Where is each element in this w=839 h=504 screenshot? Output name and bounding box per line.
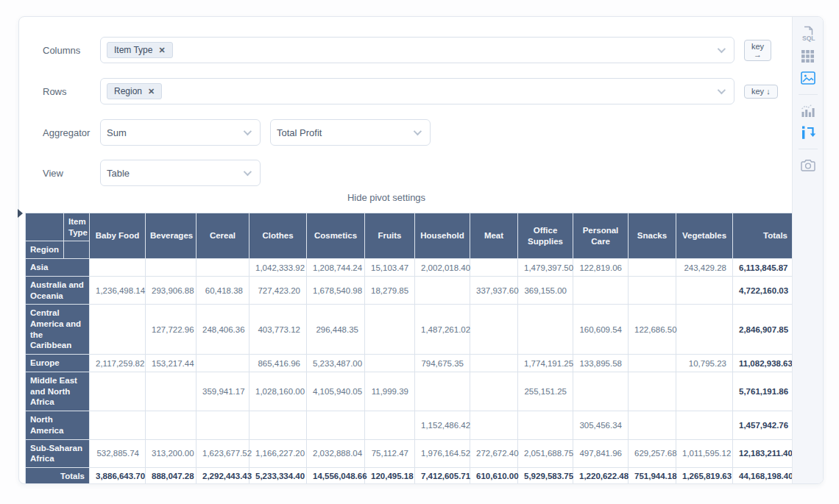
aggregator-select[interactable]: Sum bbox=[100, 119, 261, 146]
pivot-cell: 272,672.40 bbox=[470, 439, 518, 467]
corner-blank-cell bbox=[26, 213, 64, 241]
pivot-cell: 1,774,191.25 bbox=[518, 355, 573, 372]
pivot-cell: 1,028,160.00 bbox=[249, 372, 307, 411]
pivot-cell: 359,941.17 bbox=[197, 372, 249, 411]
pivot-cell: 127,722.96 bbox=[146, 305, 197, 355]
column-total-cell: 751,944.18 bbox=[629, 467, 676, 484]
column-total-cell: 3,886,643.70 bbox=[90, 467, 146, 484]
pivot-cell bbox=[249, 411, 307, 439]
aggregator-field-value: Total Profit bbox=[277, 127, 322, 138]
row-header: Middle East and North Africa bbox=[26, 372, 90, 411]
row-total-cell: 11,082,938.63 bbox=[733, 355, 793, 372]
pivot-cell bbox=[470, 305, 518, 355]
rows-tag-label: Region bbox=[114, 86, 142, 96]
pivot-cell: 10,795.23 bbox=[676, 355, 733, 372]
column-total-cell: 1,220,622.48 bbox=[573, 467, 629, 484]
sql-icon[interactable]: SQL bbox=[800, 25, 816, 43]
pivot-icon[interactable] bbox=[800, 124, 816, 141]
sort-rows-key-button[interactable]: key ↓ bbox=[744, 85, 778, 99]
pivot-cell: 75,112.47 bbox=[365, 439, 415, 467]
table-row: Central America and the Caribbean127,722… bbox=[26, 305, 793, 355]
pivot-cell: 369,155.00 bbox=[518, 276, 573, 304]
chevron-down-icon[interactable] bbox=[718, 86, 726, 94]
chevron-down-icon[interactable] bbox=[718, 45, 726, 53]
right-toolbar: SQL bbox=[792, 17, 823, 483]
pivot-cell bbox=[307, 411, 365, 439]
pivot-cell: 1,236,498.14 bbox=[90, 276, 146, 304]
view-select[interactable]: Table bbox=[100, 160, 261, 186]
pivot-cell bbox=[629, 276, 676, 304]
table-row: Middle East and North Africa359,941.171,… bbox=[26, 372, 793, 411]
pivot-cell bbox=[365, 305, 415, 355]
chevron-down-icon bbox=[244, 127, 252, 135]
close-icon[interactable]: ✕ bbox=[158, 46, 165, 55]
pivot-cell bbox=[518, 411, 573, 439]
view-setting-row: View Table bbox=[19, 160, 792, 186]
pivot-cell: 1,011,595.12 bbox=[676, 439, 733, 467]
rows-tag-region[interactable]: Region ✕ bbox=[107, 83, 162, 99]
pivot-cell bbox=[90, 372, 146, 411]
row-header: Sub-Saharan Africa bbox=[26, 439, 90, 467]
column-header: Personal Care bbox=[573, 213, 629, 259]
aggregator-setting-row: Aggregator Sum Total Profit bbox=[19, 119, 792, 146]
column-total-cell: 120,495.18 bbox=[365, 467, 415, 484]
pivot-cell: 5,233,487.00 bbox=[307, 355, 365, 372]
toolbar-divider bbox=[799, 149, 818, 149]
svg-text:SQL: SQL bbox=[802, 35, 815, 42]
pivot-cell: 15,103.47 bbox=[365, 259, 415, 277]
column-axis-label: Item Type bbox=[64, 213, 90, 241]
columns-tag-item-type[interactable]: Item Type ✕ bbox=[107, 42, 173, 58]
row-header: Europe bbox=[26, 355, 90, 372]
columns-label: Columns bbox=[43, 45, 100, 56]
pivot-cell: 2,032,888.04 bbox=[307, 439, 365, 467]
pivot-cell: 1,487,261.02 bbox=[415, 305, 470, 355]
close-icon[interactable]: ✕ bbox=[148, 87, 155, 96]
pivot-cell: 296,448.35 bbox=[307, 305, 365, 355]
aggregator-field-select[interactable]: Total Profit bbox=[270, 119, 431, 146]
collapse-panel-arrow-icon[interactable] bbox=[18, 209, 23, 218]
pivot-header-row1: Item Type Baby FoodBeveragesCerealClothe… bbox=[26, 213, 793, 241]
pivot-cell: 305,456.34 bbox=[573, 411, 629, 439]
hide-pivot-settings-link[interactable]: Hide pivot settings bbox=[19, 192, 754, 203]
table-row: Asia1,042,333.921,208,744.2415,103.472,0… bbox=[26, 259, 793, 277]
columns-dropzone[interactable]: Item Type ✕ bbox=[100, 37, 734, 63]
view-value: Table bbox=[107, 168, 130, 179]
pivot-cell bbox=[415, 276, 470, 304]
pivot-cell bbox=[629, 355, 676, 372]
aggregator-label: Aggregator bbox=[43, 127, 100, 138]
pivot-cell bbox=[470, 259, 518, 277]
pivot-cell: 293,906.88 bbox=[146, 276, 197, 304]
column-header: Clothes bbox=[249, 213, 307, 259]
column-total-cell: 1,265,819.63 bbox=[676, 467, 733, 484]
columns-setting-row: Columns Item Type ✕ key → bbox=[19, 37, 792, 63]
visualization-image-icon[interactable] bbox=[800, 69, 816, 87]
pivot-table-container: Item Type Baby FoodBeveragesCerealClothe… bbox=[25, 213, 792, 484]
pivot-cell bbox=[197, 355, 249, 372]
pivot-cell: 11,999.39 bbox=[365, 372, 415, 411]
key-label: key ↓ bbox=[751, 87, 771, 96]
totals-row: Totals3,886,643.70888,047.282,292,443.43… bbox=[26, 467, 793, 484]
pivot-cell bbox=[415, 372, 470, 411]
rows-label: Rows bbox=[43, 86, 100, 97]
pivot-table: Item Type Baby FoodBeveragesCerealClothe… bbox=[25, 213, 793, 484]
chart-icon[interactable] bbox=[800, 102, 816, 119]
column-header: Cereal bbox=[197, 213, 249, 259]
pivot-cell: 1,479,397.50 bbox=[518, 259, 573, 277]
table-grid-icon[interactable] bbox=[800, 47, 816, 65]
totals-row-header: Totals bbox=[26, 467, 90, 484]
table-row: North America1,152,486.42305,456.341,457… bbox=[26, 411, 793, 439]
pivot-cell bbox=[573, 372, 629, 411]
pivot-cell: 1,623,677.52 bbox=[197, 439, 249, 467]
row-header: Asia bbox=[26, 259, 90, 277]
sort-columns-key-button[interactable]: key → bbox=[744, 40, 771, 61]
camera-icon[interactable] bbox=[800, 156, 816, 174]
pivot-cell bbox=[676, 411, 733, 439]
chevron-down-icon bbox=[244, 168, 252, 176]
aggregator-value: Sum bbox=[107, 127, 127, 138]
rows-dropzone[interactable]: Region ✕ bbox=[100, 78, 734, 104]
columns-tag-label: Item Type bbox=[114, 45, 152, 55]
pivot-cell: 865,416.96 bbox=[249, 355, 307, 372]
pivot-cell: 18,279.85 bbox=[365, 276, 415, 304]
pivot-cell: 337,937.60 bbox=[470, 276, 518, 304]
pivot-cell bbox=[676, 372, 733, 411]
